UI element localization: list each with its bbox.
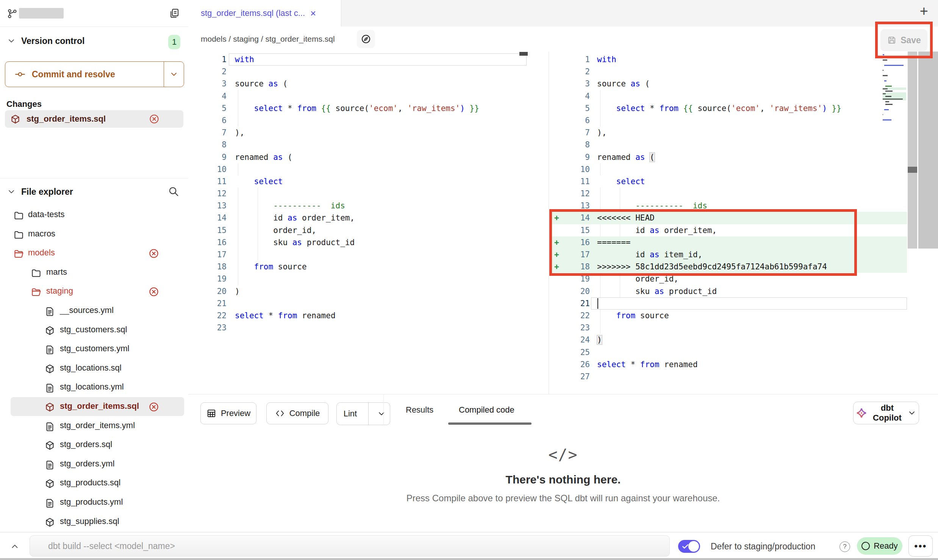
copy-icon[interactable]: [169, 8, 180, 19]
chevron-down-icon[interactable]: [7, 36, 16, 45]
lint-button[interactable]: Lint: [336, 402, 390, 425]
code-line-16[interactable]: +16=======: [551, 236, 907, 249]
code-line-12[interactable]: 12: [551, 188, 907, 200]
code-line-17[interactable]: 17: [188, 249, 525, 261]
chevron-down-icon[interactable]: [7, 187, 16, 196]
code-line-5[interactable]: 5 select * from {{ source('ecom', 'raw_i…: [551, 102, 907, 114]
code-line-10[interactable]: 10: [551, 163, 907, 175]
code-line-9[interactable]: 9renamed as (: [551, 151, 907, 163]
code-line-24[interactable]: 24): [551, 334, 907, 346]
dbt-copilot-button[interactable]: dbt Copilot: [853, 402, 919, 424]
code-line-20[interactable]: 20): [188, 285, 525, 297]
code-line-8[interactable]: 8: [188, 139, 525, 151]
code-line-15[interactable]: 15 order_id,: [188, 224, 525, 236]
change-item[interactable]: stg_order_items.sql: [5, 110, 183, 128]
editor-pane-right[interactable]: 1with23source as (45 select * from {{ so…: [551, 52, 938, 383]
code-line-11[interactable]: 11 select: [188, 175, 525, 188]
tab-stg-order-items[interactable]: stg_order_items.sql (last c... ×: [188, 0, 341, 27]
code-line-8[interactable]: 8: [551, 139, 907, 151]
command-input[interactable]: [30, 535, 670, 557]
code-line-22[interactable]: 22 from source: [551, 310, 907, 322]
file-explorer-item-stg-locations-sql[interactable]: stg_locations.sql: [0, 359, 188, 378]
code-line-22[interactable]: 22select * from renamed: [188, 310, 525, 322]
code-line-6[interactable]: 6: [188, 114, 525, 127]
file-explorer-item-stg-orders-yml[interactable]: stg_orders.yml: [0, 455, 188, 474]
lineage-compass-icon[interactable]: [357, 30, 375, 48]
code-line-21[interactable]: 21: [551, 297, 907, 310]
lint-label[interactable]: Lint: [337, 409, 364, 419]
file-explorer-item-marts[interactable]: marts: [0, 263, 188, 282]
scrollbar-thumb[interactable]: [908, 167, 917, 173]
tab-results[interactable]: Results: [406, 394, 433, 425]
code-line-2[interactable]: 2: [188, 66, 525, 78]
code-line-4[interactable]: 4: [551, 90, 907, 102]
file-explorer-item-stg-products-yml[interactable]: stg_products.yml: [0, 493, 188, 512]
code-line-15[interactable]: 15 id as order_item,: [551, 224, 907, 236]
chevron-up-icon[interactable]: [10, 541, 20, 551]
code-line-26[interactable]: 26select * from renamed: [551, 358, 907, 371]
file-explorer-item-staging[interactable]: staging: [0, 282, 188, 301]
code-line-5[interactable]: 5 select * from {{ source('ecom', 'raw_i…: [188, 102, 525, 114]
code-line-9[interactable]: 9renamed as (: [188, 151, 525, 163]
editor-scrollbar[interactable]: [908, 52, 917, 249]
code-line-20[interactable]: 20 sku as product_id: [551, 285, 907, 297]
code-line-7[interactable]: 7),: [188, 127, 525, 139]
defer-toggle[interactable]: [678, 540, 700, 553]
code-line-27[interactable]: 27: [551, 371, 907, 383]
file-explorer-item-stg-customers-sql[interactable]: stg_customers.sql: [0, 321, 188, 340]
close-icon[interactable]: ×: [310, 8, 316, 19]
code-line-19[interactable]: 19: [188, 273, 525, 285]
code-line-1[interactable]: 1with: [551, 53, 907, 66]
code-line-25[interactable]: 25: [551, 346, 907, 358]
code-line-12[interactable]: 12: [188, 188, 525, 200]
file-explorer-item-stg-order-items-yml[interactable]: stg_order_items.yml: [0, 416, 188, 436]
file-explorer-item-stg-customers-yml[interactable]: stg_customers.yml: [0, 339, 188, 359]
more-options-button[interactable]: •••: [908, 535, 933, 557]
code-line-17[interactable]: +17 id as item_id,: [551, 249, 907, 261]
code-line-7[interactable]: 7),: [551, 127, 907, 139]
code-line-3[interactable]: 3source as (: [188, 78, 525, 90]
code-line-21[interactable]: 21: [188, 297, 525, 310]
code-line-11[interactable]: 11 select: [551, 175, 907, 188]
code-line-18[interactable]: +18>>>>>>> 58c1dd23d5eebd9cd2495fa7124ab…: [551, 261, 907, 273]
commit-dropdown-button[interactable]: [164, 70, 184, 79]
conflict-circle-x-icon[interactable]: [149, 402, 159, 412]
code-line-14[interactable]: 14 id as order_item,: [188, 212, 525, 224]
minimap[interactable]: [883, 53, 906, 124]
file-explorer-item-stg-order-items-sql[interactable]: stg_order_items.sql: [0, 397, 188, 416]
file-explorer-item-stg-products-sql[interactable]: stg_products.sql: [0, 474, 188, 493]
code-line-14[interactable]: +14<<<<<<< HEAD: [551, 212, 907, 224]
file-explorer-item-macros[interactable]: macros: [0, 225, 188, 244]
code-line-13[interactable]: 13 ---------- ids: [188, 200, 525, 212]
code-line-23[interactable]: 23: [551, 322, 907, 334]
code-line-10[interactable]: 10: [188, 163, 525, 175]
file-explorer-item-data-tests[interactable]: data-tests: [0, 205, 188, 225]
code-line-3[interactable]: 3source as (: [551, 78, 907, 90]
conflict-circle-x-icon[interactable]: [149, 286, 159, 297]
code-line-1[interactable]: 1with: [188, 53, 525, 66]
code-line-6[interactable]: 6: [551, 114, 907, 127]
save-button[interactable]: Save: [880, 29, 927, 51]
tab-compiled-code[interactable]: Compiled code: [459, 394, 514, 425]
file-explorer-header[interactable]: File explorer: [7, 184, 73, 199]
conflict-circle-x-icon[interactable]: [149, 248, 159, 259]
code-line-19[interactable]: 19 order_id,: [551, 273, 907, 285]
commit-and-resolve-button[interactable]: Commit and resolve: [5, 61, 184, 87]
code-line-23[interactable]: 23: [188, 322, 525, 334]
lint-dropdown-button[interactable]: [373, 409, 390, 418]
code-line-16[interactable]: 16 sku as product_id: [188, 236, 525, 249]
code-line-13[interactable]: 13 ---------- ids: [551, 200, 907, 212]
file-explorer-item-stg-orders-sql[interactable]: stg_orders.sql: [0, 435, 188, 455]
compile-button[interactable]: Compile: [266, 402, 328, 424]
help-icon[interactable]: ?: [840, 541, 850, 552]
preview-button[interactable]: Preview: [200, 402, 256, 424]
file-explorer-item-models[interactable]: models: [0, 244, 188, 263]
code-line-4[interactable]: 4: [188, 90, 525, 102]
search-icon[interactable]: [168, 186, 179, 197]
file-explorer-item-stg-supplies-sql[interactable]: stg_supplies.sql: [0, 512, 188, 532]
new-tab-button[interactable]: +: [920, 3, 928, 19]
window-scrollbar[interactable]: [918, 52, 938, 249]
file-explorer-item-stg-locations-yml[interactable]: stg_locations.yml: [0, 378, 188, 397]
code-line-18[interactable]: 18 from source: [188, 261, 525, 273]
code-line-2[interactable]: 2: [551, 66, 907, 78]
